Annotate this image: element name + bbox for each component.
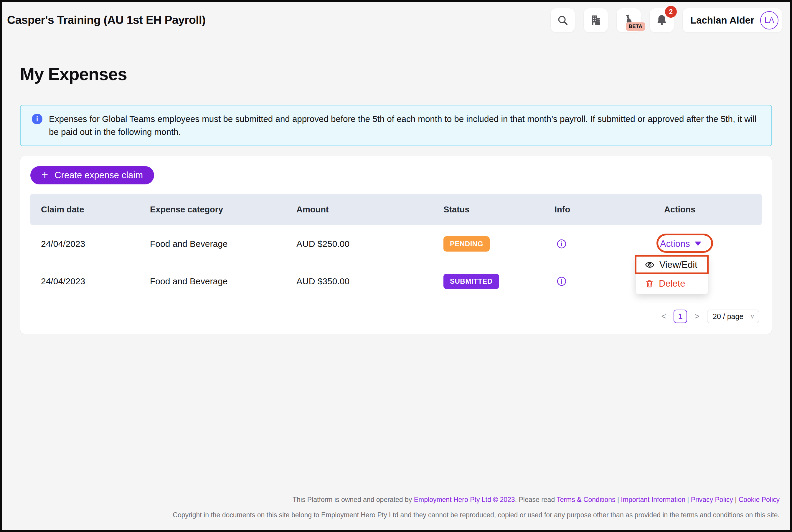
column-actions: Actions <box>664 205 766 214</box>
actions-dropdown-button[interactable]: Actions <box>660 239 701 249</box>
info-icon: i <box>32 114 42 124</box>
view-edit-label: View/Edit <box>659 260 697 270</box>
status-badge-pending: PENDING <box>444 236 490 251</box>
notifications-button[interactable]: 2 <box>650 8 674 33</box>
eye-icon <box>645 260 655 270</box>
view-edit-menu-item[interactable]: View/Edit <box>636 256 708 274</box>
expense-category-cell: Food and Beverage <box>150 276 297 286</box>
column-info: Info <box>554 205 664 214</box>
organisation-button[interactable] <box>584 8 608 33</box>
pagination: < 1 > 20 / page ∨ <box>660 309 759 323</box>
footer-line-1: This Platform is owned and operated by E… <box>2 492 780 507</box>
claim-date-cell: 24/04/2023 <box>41 276 150 286</box>
column-claim-date: Claim date <box>41 205 150 214</box>
cookie-policy-link[interactable]: Cookie Policy <box>739 496 780 504</box>
column-amount: Amount <box>297 205 444 214</box>
footer: This Platform is owned and operated by E… <box>2 492 780 522</box>
plus-icon: + <box>41 169 48 180</box>
app-screen: Casper's Training (AU 1st EH Payroll) <box>2 2 790 530</box>
footer-line-2: Copyright in the documents on this site … <box>2 507 780 522</box>
footer-separator: | <box>735 496 737 504</box>
claim-date-cell: 24/04/2023 <box>41 239 150 249</box>
terms-conditions-link[interactable]: Terms & Conditions <box>557 496 615 504</box>
trash-icon <box>645 279 654 288</box>
amount-cell: AUD $250.00 <box>297 239 444 249</box>
table-header: Claim date Expense category Amount Statu… <box>30 194 762 225</box>
beta-badge: BETA <box>626 22 645 31</box>
create-expense-claim-button[interactable]: + Create expense claim <box>30 166 154 185</box>
footer-separator: | <box>687 496 689 504</box>
actions-dropdown-menu: View/Edit Delete <box>636 256 708 294</box>
notification-count-badge: 2 <box>665 6 677 18</box>
create-expense-claim-label: Create expense claim <box>55 170 143 180</box>
page-number-button[interactable]: 1 <box>674 309 687 323</box>
important-information-link[interactable]: Important Information <box>621 496 685 504</box>
info-banner: i Expenses for Global Teams employees mu… <box>20 105 772 146</box>
footer-text: This Platform is owned and operated by <box>293 496 414 504</box>
chevron-down-icon: ∨ <box>750 313 755 320</box>
info-banner-text: Expenses for Global Teams employees must… <box>49 113 762 138</box>
next-page-button[interactable]: > <box>694 312 701 321</box>
column-status: Status <box>444 205 554 214</box>
actions-label: Actions <box>660 239 690 249</box>
previous-page-button[interactable]: < <box>660 312 667 321</box>
user-name: Lachlan Alder <box>690 15 754 26</box>
page-title: My Expenses <box>20 64 127 84</box>
search-icon <box>557 14 569 26</box>
delete-menu-item[interactable]: Delete <box>636 274 708 294</box>
page-size-select[interactable]: 20 / page ∨ <box>707 309 759 323</box>
expenses-card: + Create expense claim Claim date Expens… <box>20 156 772 334</box>
top-right-controls: BETA 2 Lachlan Alder LA <box>551 8 782 33</box>
row-info-button[interactable] <box>554 239 664 249</box>
amount-cell: AUD $350.00 <box>297 276 444 286</box>
privacy-policy-link[interactable]: Privacy Policy <box>691 496 733 504</box>
status-badge-submitted: SUBMITTED <box>444 274 499 289</box>
app-title: Casper's Training (AU 1st EH Payroll) <box>7 14 205 26</box>
delete-label: Delete <box>659 278 685 289</box>
info-circle-icon <box>556 276 567 287</box>
employment-hero-link[interactable]: Employment Hero Pty Ltd © 2023 <box>414 496 515 504</box>
info-circle-icon <box>556 239 567 249</box>
page-size-value: 20 / page <box>713 312 743 321</box>
building-icon <box>589 14 602 27</box>
screenshot-frame: Casper's Training (AU 1st EH Payroll) <box>0 0 792 532</box>
footer-separator: | <box>617 496 619 504</box>
footer-text: . Please read <box>515 496 557 504</box>
column-expense-category: Expense category <box>150 205 297 214</box>
top-bar: Casper's Training (AU 1st EH Payroll) <box>2 2 790 39</box>
beta-labs-button[interactable]: BETA <box>617 8 641 33</box>
profile-menu[interactable]: Lachlan Alder LA <box>683 8 782 33</box>
search-button[interactable] <box>551 8 575 33</box>
avatar: LA <box>760 11 778 30</box>
caret-down-icon <box>695 242 701 246</box>
expense-category-cell: Food and Beverage <box>150 239 297 249</box>
